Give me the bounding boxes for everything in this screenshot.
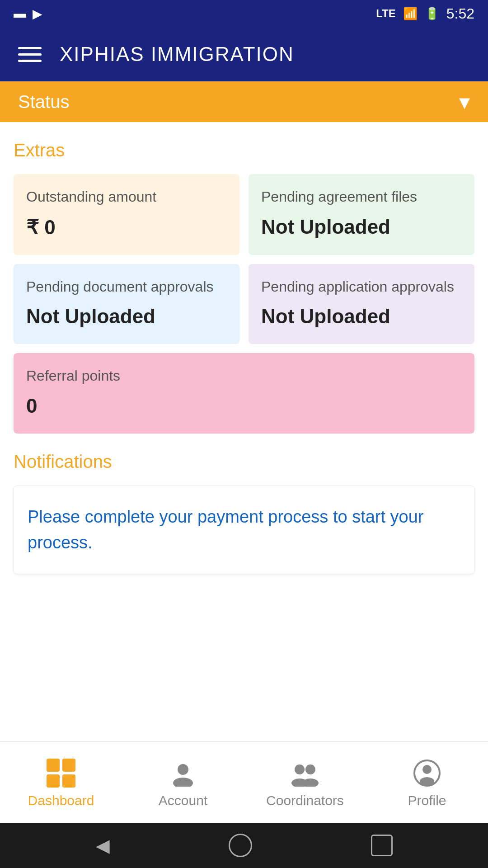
notification-box: Please complete your payment process to … (14, 486, 474, 574)
account-icon (167, 757, 199, 789)
cards-grid: Outstanding amount ₹ 0 Pending agreement… (14, 174, 474, 344)
nav-profile-label: Profile (408, 793, 446, 808)
lte-label: LTE (376, 7, 396, 20)
app-title: XIPHIAS IMMIGRATION (60, 43, 294, 66)
notifications-title: Notifications (14, 452, 474, 472)
referral-card: Referral points 0 (14, 353, 474, 434)
android-nav: ◀ (0, 823, 488, 868)
notifications-section: Notifications Please complete your payme… (14, 452, 474, 574)
pending-app-title: Pending application approvals (261, 278, 462, 297)
hamburger-menu[interactable] (18, 47, 42, 62)
pending-doc-title: Pending document approvals (26, 278, 227, 297)
dashboard-icon (45, 757, 77, 789)
nav-coordinators[interactable]: Coordinators (244, 752, 366, 813)
referral-value: 0 (26, 395, 462, 417)
signal-icon: 📶 (403, 7, 418, 21)
bottom-nav: Dashboard Account Coordinators (0, 741, 488, 823)
recents-button[interactable] (371, 835, 393, 856)
top-nav: XIPHIAS IMMIGRATION (0, 27, 488, 81)
pending-agreement-card: Pending agreement files Not Uploaded (249, 174, 474, 255)
pending-agreement-title: Pending agreement files (261, 188, 462, 207)
pending-doc-value: Not Uploaded (26, 305, 227, 328)
notification-message: Please complete your payment process to … (28, 504, 460, 556)
home-button[interactable] (229, 834, 252, 857)
chevron-down-icon: ▾ (459, 89, 470, 114)
svg-point-1 (173, 778, 193, 787)
nav-dashboard[interactable]: Dashboard (0, 752, 122, 813)
pending-agreement-value: Not Uploaded (261, 216, 462, 238)
outstanding-amount-card: Outstanding amount ₹ 0 (14, 174, 239, 255)
battery-icon: 🔋 (425, 7, 439, 21)
status-bar: ▬ ▶ LTE 📶 🔋 5:52 (0, 0, 488, 27)
coordinators-icon (289, 757, 321, 789)
extras-title: Extras (14, 140, 474, 160)
status-dropdown-label: Status (18, 92, 69, 112)
nav-account-label: Account (159, 793, 207, 808)
status-dropdown[interactable]: Status ▾ (0, 81, 488, 122)
clock: 5:52 (446, 5, 474, 22)
svg-point-8 (420, 777, 434, 785)
outstanding-amount-title: Outstanding amount (26, 188, 227, 207)
svg-point-0 (178, 764, 188, 775)
pending-app-card: Pending application approvals Not Upload… (249, 264, 474, 344)
svg-point-2 (295, 764, 305, 774)
nav-coordinators-label: Coordinators (266, 793, 344, 808)
referral-title: Referral points (26, 367, 462, 386)
svg-point-3 (305, 764, 315, 774)
main-content: Extras Outstanding amount ₹ 0 Pending ag… (0, 122, 488, 741)
nav-dashboard-label: Dashboard (28, 793, 94, 808)
pending-app-value: Not Uploaded (261, 305, 462, 328)
profile-icon (411, 757, 443, 789)
pending-doc-card: Pending document approvals Not Uploaded (14, 264, 239, 344)
nav-account[interactable]: Account (122, 752, 244, 813)
nav-profile[interactable]: Profile (366, 752, 488, 813)
play-icon: ▶ (33, 6, 42, 21)
back-button[interactable]: ◀ (96, 835, 110, 856)
svg-point-7 (422, 765, 432, 774)
outstanding-amount-value: ₹ 0 (26, 216, 227, 239)
sim-icon: ▬ (14, 6, 26, 21)
